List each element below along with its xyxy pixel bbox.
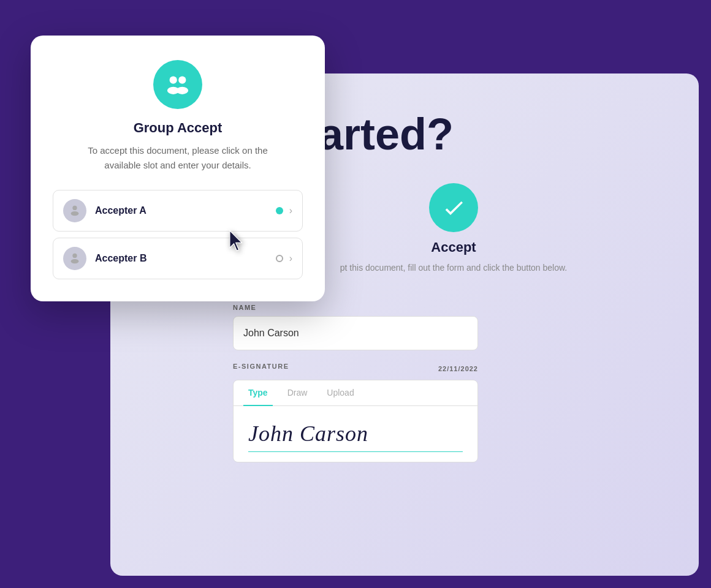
modal-icon-circle [153, 60, 202, 109]
signature-container: Type Draw Upload John Carson [233, 380, 478, 462]
svg-marker-8 [230, 231, 242, 251]
signature-text: John Carson [248, 421, 368, 447]
status-dot-filled-a [276, 207, 283, 214]
chevron-right-b: › [289, 253, 292, 264]
accept-title: Accept [431, 239, 476, 255]
signature-tabs-bar: Type Draw Upload [234, 380, 477, 406]
esig-date: 22/11/2022 [438, 365, 478, 372]
tab-type[interactable]: Type [243, 380, 273, 406]
accepter-a-name: Accepter A [95, 205, 276, 216]
esig-label: E-SIGNATURE [233, 363, 289, 370]
status-dot-empty-b [276, 255, 283, 262]
chevron-right-a: › [289, 205, 292, 216]
svg-point-7 [71, 259, 79, 263]
svg-point-1 [178, 77, 186, 84]
svg-point-0 [170, 77, 177, 84]
accepter-b-avatar [63, 247, 86, 270]
svg-point-3 [177, 87, 189, 94]
accepter-a-avatar [63, 199, 86, 222]
accepter-b-name: Accepter B [95, 253, 276, 264]
signature-body: John Carson [234, 406, 477, 462]
name-input[interactable] [233, 316, 478, 350]
accept-icon-circle [429, 183, 478, 232]
group-icon [164, 71, 191, 98]
checkmark-icon [441, 195, 466, 220]
person-icon-b [68, 252, 82, 265]
cursor-arrow-icon [227, 230, 249, 252]
signature-line [248, 451, 463, 452]
person-icon-a [68, 204, 82, 217]
modal-card: Group Accept To accept this document, pl… [31, 36, 325, 301]
signature-display: John Carson [248, 421, 463, 452]
accepter-row-b[interactable]: Accepter B › [53, 238, 303, 279]
name-label: NAME [233, 304, 478, 311]
accepter-list: Accepter A › Accepter B › [53, 190, 303, 279]
accepter-a-status: › [276, 205, 292, 216]
tab-draw[interactable]: Draw [283, 380, 313, 406]
modal-description: To accept this document, please click on… [74, 143, 282, 173]
accept-description: pt this document, fill out the form and … [340, 262, 567, 274]
accepter-b-status: › [276, 253, 292, 264]
svg-point-5 [71, 211, 79, 216]
svg-point-6 [72, 254, 77, 258]
tab-upload[interactable]: Upload [322, 380, 359, 406]
svg-point-4 [72, 206, 77, 210]
modal-title: Group Accept [134, 120, 222, 136]
accepter-row-a[interactable]: Accepter A › [53, 190, 303, 232]
